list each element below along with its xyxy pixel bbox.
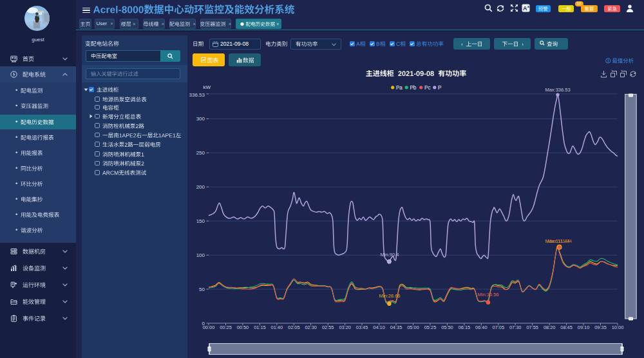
svg-text:a: a	[527, 5, 529, 8]
svg-text:06:40: 06:40	[475, 325, 488, 330]
svg-text:04:35: 04:35	[390, 325, 402, 330]
svg-text:Min:30.56: Min:30.56	[478, 292, 499, 297]
svg-text:01:15: 01:15	[254, 325, 266, 330]
svg-text:Min:90.4: Min:90.4	[381, 252, 399, 258]
svg-text:02:55: 02:55	[322, 325, 334, 330]
svg-text:02:30: 02:30	[305, 325, 317, 330]
svg-text:Max:336.53: Max:336.53	[545, 87, 570, 93]
svg-text:Pc: Pc	[424, 85, 431, 91]
svg-text:P: P	[438, 85, 442, 91]
svg-text:05:25: 05:25	[424, 325, 437, 330]
svg-text:00:25: 00:25	[220, 325, 232, 330]
svg-text:01:40: 01:40	[271, 325, 283, 330]
svg-text:336.53: 336.53	[189, 92, 205, 98]
svg-text:03:45: 03:45	[356, 325, 368, 330]
svg-text:Max:111.74: Max:111.74	[547, 238, 572, 244]
svg-text:300: 300	[196, 116, 205, 122]
svg-text:10:00: 10:00	[612, 325, 624, 330]
svg-text:kW: kW	[203, 84, 211, 90]
svg-text:05:00: 05:00	[407, 325, 419, 330]
svg-text:Min:28.66: Min:28.66	[379, 293, 401, 299]
svg-text:00:00: 00:00	[203, 325, 215, 330]
svg-text:00:50: 00:50	[237, 325, 249, 330]
svg-text:200: 200	[196, 184, 205, 190]
svg-text:08:20: 08:20	[544, 325, 556, 330]
svg-text:09:10: 09:10	[578, 325, 590, 330]
svg-text:07:05: 07:05	[493, 325, 505, 330]
svg-text:Pa: Pa	[396, 85, 402, 91]
svg-text:04:10: 04:10	[373, 325, 385, 330]
svg-text:Pb: Pb	[410, 85, 416, 91]
svg-text:150: 150	[196, 218, 205, 224]
svg-text:09:35: 09:35	[594, 325, 607, 330]
svg-text:100: 100	[196, 252, 205, 258]
svg-text:A: A	[523, 5, 527, 12]
svg-text:05:50: 05:50	[441, 325, 453, 330]
svg-text:50: 50	[199, 287, 205, 292]
svg-text:07:30: 07:30	[509, 325, 522, 330]
svg-text:06:15: 06:15	[459, 325, 471, 330]
svg-text:03:20: 03:20	[339, 325, 351, 330]
svg-text:07:55: 07:55	[526, 325, 538, 330]
svg-text:250: 250	[196, 150, 205, 156]
svg-text:08:45: 08:45	[560, 325, 573, 330]
svg-text:02:05: 02:05	[288, 325, 300, 330]
